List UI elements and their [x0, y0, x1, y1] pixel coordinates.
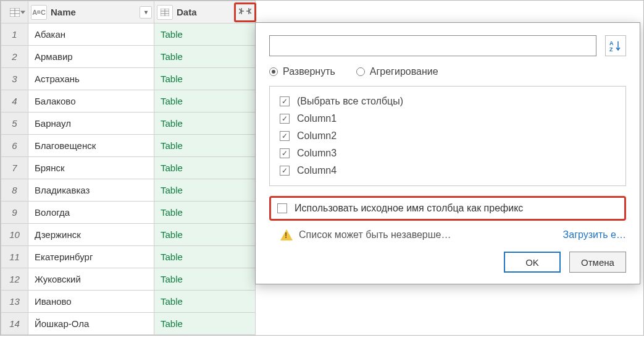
data-cell[interactable]: Table [154, 224, 256, 246]
name-cell[interactable]: Йошкар-Ола [28, 313, 154, 335]
row-number-header[interactable] [1, 1, 28, 23]
name-cell[interactable]: Барнаул [28, 113, 154, 135]
checkbox-label: Column3 [297, 148, 337, 159]
checkbox-label: Column4 [297, 165, 337, 176]
column-header-label: Data [177, 7, 197, 17]
name-cell[interactable]: Балаково [28, 90, 154, 113]
radio-icon [269, 67, 278, 76]
columns-list-box: (Выбрать все столбцы) Column1Column2Colu… [269, 86, 626, 186]
table-row[interactable]: 10ДзержинскTable [1, 224, 256, 246]
name-cell[interactable]: Астрахань [28, 68, 154, 90]
expand-icon [239, 7, 251, 17]
table-row[interactable]: 7БрянскTable [1, 157, 256, 179]
data-cell[interactable]: Table [154, 23, 256, 46]
data-cell[interactable]: Table [154, 313, 256, 335]
name-cell[interactable]: Иваново [28, 291, 154, 313]
button-label: OK [525, 257, 539, 268]
row-number-cell: 8 [1, 179, 28, 202]
data-cell[interactable]: Table [154, 268, 256, 291]
data-cell[interactable]: Table [154, 157, 256, 179]
table-row[interactable]: 11ЕкатеринбургTable [1, 246, 256, 268]
checkbox-icon [277, 203, 287, 213]
button-label: Отмена [581, 257, 614, 268]
load-more-link[interactable]: Загрузить е… [563, 229, 626, 240]
cancel-button[interactable]: Отмена [569, 252, 626, 273]
row-number-cell: 13 [1, 291, 28, 313]
row-number-cell: 11 [1, 246, 28, 268]
name-cell[interactable]: Екатеринбург [28, 246, 154, 268]
name-cell[interactable]: Дзержинск [28, 224, 154, 246]
data-cell[interactable]: Table [154, 291, 256, 313]
column-header-data[interactable]: Data [154, 1, 256, 23]
radio-label: Агрегирование [370, 66, 438, 77]
table-row[interactable]: 4БалаковоTable [1, 90, 256, 113]
search-input[interactable] [269, 35, 596, 56]
row-number-cell: 6 [1, 135, 28, 157]
data-cell[interactable]: Table [154, 46, 256, 68]
data-cell[interactable]: Table [154, 135, 256, 157]
name-cell[interactable]: Армавир [28, 46, 154, 68]
data-cell[interactable]: Table [154, 246, 256, 268]
table-row[interactable]: 14Йошкар-ОлаTable [1, 313, 256, 335]
sort-az-button[interactable]: AZ [605, 35, 626, 56]
table-row[interactable]: 8ВладикавказTable [1, 179, 256, 202]
column-checkbox[interactable]: Column4 [278, 162, 617, 179]
table-row[interactable]: 1АбаканTable [1, 23, 256, 46]
name-cell[interactable]: Жуковский [28, 268, 154, 291]
svg-text:Z: Z [609, 46, 613, 52]
table-row[interactable]: 5БарнаулTable [1, 113, 256, 135]
column-checkbox[interactable]: Column3 [278, 145, 617, 162]
name-cell[interactable]: Абакан [28, 23, 154, 46]
table-row[interactable]: 9ВологдаTable [1, 202, 256, 224]
row-number-cell: 1 [1, 23, 28, 46]
table-row[interactable]: 13ИвановоTable [1, 291, 256, 313]
table-icon [10, 8, 20, 17]
checkbox-label: Использовать исходное имя столбца как пр… [295, 203, 523, 214]
warning-icon [280, 229, 293, 240]
row-number-cell: 7 [1, 157, 28, 179]
data-table: ABC Name ▾ Data [1, 1, 256, 335]
data-cell[interactable]: Table [154, 179, 256, 202]
row-number-cell: 9 [1, 202, 28, 224]
checkbox-label: Column1 [297, 113, 337, 124]
warning-text: Список может быть незаверше… [299, 229, 451, 240]
column-checkbox[interactable]: Column2 [278, 127, 617, 145]
expand-column-popup: AZ Развернуть Агрегирование (Выбрать все… [255, 22, 640, 284]
select-all-checkbox[interactable]: (Выбрать все столбцы) [278, 93, 617, 110]
ok-button[interactable]: OK [504, 252, 561, 273]
radio-aggregate[interactable]: Агрегирование [356, 66, 438, 77]
column-checkbox[interactable]: Column1 [278, 110, 617, 127]
table-row[interactable]: 2АрмавирTable [1, 46, 256, 68]
table-row[interactable]: 6БлаговещенскTable [1, 135, 256, 157]
sort-az-icon: AZ [609, 40, 622, 52]
name-cell[interactable]: Вологда [28, 202, 154, 224]
column-header-label: Name [51, 7, 76, 17]
row-number-cell: 4 [1, 90, 28, 113]
table-row[interactable]: 12ЖуковскийTable [1, 268, 256, 291]
checkbox-icon [280, 114, 290, 124]
radio-expand[interactable]: Развернуть [269, 66, 335, 77]
name-cell[interactable]: Владикавказ [28, 179, 154, 202]
row-number-cell: 3 [1, 68, 28, 90]
checkbox-icon [280, 131, 290, 141]
row-number-cell: 5 [1, 113, 28, 135]
name-cell[interactable]: Благовещенск [28, 135, 154, 157]
svg-text:A: A [609, 40, 614, 46]
name-cell[interactable]: Брянск [28, 157, 154, 179]
chevron-down-icon [20, 11, 25, 14]
text-type-icon: ABC [31, 5, 47, 20]
data-cell[interactable]: Table [154, 202, 256, 224]
checkbox-label: (Выбрать все столбцы) [297, 96, 403, 107]
column-filter-button[interactable]: ▾ [140, 6, 152, 19]
data-cell[interactable]: Table [154, 113, 256, 135]
row-number-cell: 10 [1, 224, 28, 246]
data-cell[interactable]: Table [154, 68, 256, 90]
expand-column-button[interactable] [234, 2, 256, 22]
radio-label: Развернуть [283, 66, 335, 77]
table-row[interactable]: 3АстраханьTable [1, 68, 256, 90]
table-type-icon [157, 5, 173, 20]
column-header-name[interactable]: ABC Name ▾ [28, 1, 154, 23]
use-prefix-checkbox[interactable]: Использовать исходное имя столбца как пр… [269, 196, 626, 221]
data-cell[interactable]: Table [154, 90, 256, 113]
row-number-cell: 12 [1, 268, 28, 291]
